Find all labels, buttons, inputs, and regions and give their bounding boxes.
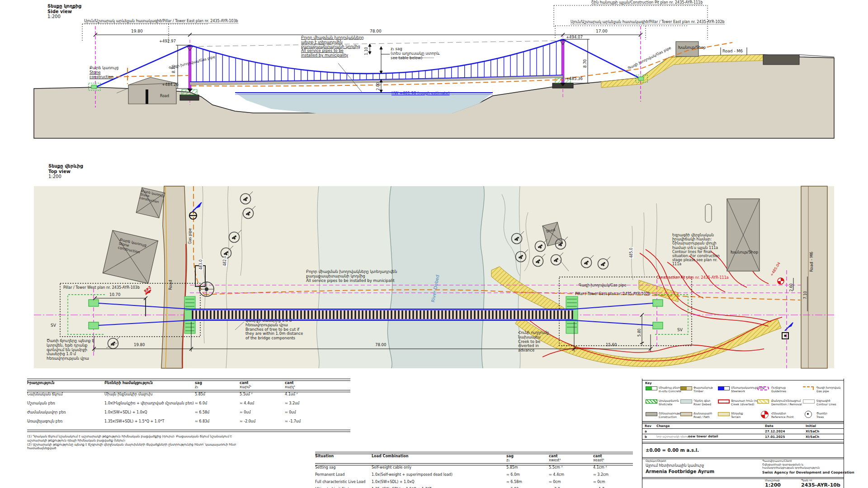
contour-485: 485.0	[629, 247, 633, 258]
construction-pit-label-top: Construction Pit plan nr. 2435-AYR-111a	[656, 276, 729, 280]
dim-19-80: 19.80	[131, 29, 143, 33]
table-footnotes: (1) Դրական ճկում նշանակում է աշտարակի թե…	[27, 435, 350, 450]
load-table-armenian: Իրադրություն Բեռների համակցություն sagz₁…	[27, 379, 350, 450]
side-view-title: Տեսքը կողքից Side view 1:200	[47, 4, 81, 19]
sv-label-left: SV	[51, 323, 56, 328]
pillar-east-label: Pillar / Tower East plan nr. 2435-AYR-10…	[575, 292, 651, 296]
scale-label: Մասշտաբ	[765, 479, 780, 482]
road-label-top: Road	[168, 280, 173, 290]
table-row: Նախնական ճկումՄիայն ինքնակիր մալուխ 5.85…	[27, 392, 350, 401]
road-label: Road	[160, 94, 169, 98]
construction-pit-ref: Շին հանույթի պլան/Construction Pit plan …	[591, 0, 703, 5]
load-table-english: Situation Load Combination sagz₁ cantxwe…	[315, 452, 633, 488]
client-label: Պատվիրատու/Client	[762, 460, 792, 463]
objekt-hy: Այրում հետիոտնային կամուրջ	[646, 464, 704, 468]
tower-left-plan-ref: Սյուն/Աշտարակ արևելյան հատակագիծ/Pillar …	[84, 19, 238, 23]
side-view-title-en: Side view	[47, 9, 81, 14]
legend-swatch-creek	[718, 399, 730, 404]
legend-swatch-guidelines	[757, 386, 769, 390]
objekt-en: Armenia Footbridge Ayrum	[646, 469, 714, 474]
road-m6-label-top: Road - M6	[809, 252, 814, 272]
plan-number: 2435-AYR-10b	[801, 483, 840, 488]
datum-note: ±0.00 = 0.00 m a.s.l.	[646, 448, 699, 453]
hy-h-load: Բեռների համակցություն	[104, 381, 195, 389]
legend-swatch-insitu-concrete	[646, 386, 657, 390]
sag-note: z₁ sag (տես աղյուսակը ստորև see table be…	[391, 47, 440, 60]
elev-right-top: +494.07	[566, 35, 583, 40]
table-row: Setting sagSelf-weight cable only 5.85m5…	[315, 465, 633, 473]
pillar-west-label: Pillar / Tower West plan nr. 2435-AYR-10…	[63, 286, 140, 290]
contour-483: 483.0	[199, 259, 203, 270]
contour-note: Եզրագծի վերջնական իրավիճակի համար: Շինար…	[672, 233, 720, 267]
elev-right-base: +485.36	[566, 77, 583, 81]
initial-h: Initial	[806, 424, 816, 428]
client-en: Swiss Agency for Development and Coopera…	[762, 471, 854, 475]
dim-1-10: 1.10	[364, 47, 368, 55]
legend-swatch-demolition	[757, 399, 769, 404]
dim-tower-right-h: 8.70	[583, 59, 588, 68]
dim-17-00: 17.00	[596, 29, 608, 33]
branches-note-left: Ծառի ճյուղերը պետք է կտրվեն, եթե դրանք գ…	[47, 339, 94, 361]
legend-swatch-shotcrete	[646, 399, 657, 404]
gas-pipe-vertical-label: Gas pipe	[188, 228, 192, 244]
sv-label-right: SV	[677, 328, 683, 332]
side-view-scale: 1:200	[47, 14, 81, 19]
dim-top-5-80: 5.80	[637, 328, 642, 337]
plan-label: Պլան nr.	[801, 479, 813, 482]
legend-swatch-timber	[680, 386, 692, 390]
shop-label-side: Խանութ/Shop	[678, 46, 706, 50]
elev-left-top: +492.97	[159, 39, 176, 44]
shop-label-top: Խանութ/Shop	[731, 250, 758, 255]
legend-swatch-contour	[803, 399, 815, 404]
side-view-title-hy: Տեսքը կողքից	[47, 4, 81, 9]
legend-swatch-reference-point	[761, 411, 769, 418]
hy-h-situation: Իրադրություն	[27, 381, 104, 389]
change-h: Change	[656, 424, 670, 428]
scale-value: 1:200	[765, 483, 781, 488]
service-pipes-note-top: Բոլոր միացման խողովակները կտեղադրվեն քաղ…	[306, 270, 397, 283]
legend-swatch-construction	[646, 412, 657, 416]
legend-swatch-terrain	[718, 412, 730, 416]
road-m6-label-side: Road - M6	[722, 49, 743, 53]
dim-top-7-10: 7.10	[803, 291, 807, 299]
table-row: Առավելագույն բեռ1.35x(SW+SDL) + 1.5*Q + …	[27, 419, 350, 428]
table-row: Մշտական բեռ1.0x(Ինքնակշիռ + վերադրված մշ…	[27, 401, 350, 410]
dim-top-19-80: 19.80	[134, 343, 145, 347]
legend-label: Միաձույլ բետոն	[659, 386, 683, 389]
legend-title: Key	[645, 381, 652, 385]
legend-swatch-road-path	[680, 412, 692, 416]
table-row: Ժամանակավոր բեռ1.0x(SW+SDL) + 1.0xQ ≈ 6.…	[27, 410, 350, 419]
creek-note: Հունի ուղղումը նախապես Creek to be diver…	[518, 331, 549, 353]
date-h: Date	[765, 424, 774, 428]
drawing-sheet: Տեսքը կողքից Side view 1:200 Սյուն/Աշտար…	[0, 0, 868, 488]
elev-left-base: +484.26	[162, 83, 179, 87]
dim-10-70: 10.70	[109, 293, 120, 297]
rev-a: a	[645, 430, 647, 433]
service-pipes-note-side: Բոլոր միացման խողովակները պետք է տեղադրվ…	[301, 36, 364, 58]
legend-swatch-trees	[805, 411, 812, 418]
contour-482: 482.0	[223, 255, 227, 267]
branches-note-mid: կամրջի մասերից 1.0 մ հեռավորության վրա B…	[245, 319, 303, 341]
dim-78-00: 78.00	[370, 29, 382, 33]
dim-2-00: 2.00	[376, 82, 380, 90]
stone-en2: construction	[90, 75, 118, 80]
legend-swatch-river	[680, 399, 692, 404]
gas-pipe-label-box: Գազի խողովակ/Gas pipe	[579, 283, 626, 287]
rev-h: Rev	[645, 424, 651, 428]
legend-swatch-gas-pipe	[803, 386, 814, 390]
rev-b: b	[645, 435, 647, 439]
dim-top-15-60: 15.60	[606, 343, 617, 347]
tower-right-plan-ref: Սյուն/Աշտարակ արևելյան հատակագիծ/Pillar …	[571, 20, 725, 24]
table-row: Full characteristic Live Load1.0x(SW+SDL…	[315, 480, 633, 487]
hw-label: HW +481.98 (rough estimate)	[392, 91, 449, 96]
stone-construction-label: Քարե կառույց Stone construction	[90, 66, 118, 79]
legend-swatch-steelwork	[718, 386, 730, 390]
top-view-title: Տեսքը վերևից Top view 1:200	[48, 164, 83, 179]
dim-top-2-60: 2.60	[789, 283, 793, 291]
table-row: Permanent Load1.0x(Self-weight + superim…	[315, 473, 633, 480]
objekt-label: Օբյեկտ/Objekt	[646, 460, 666, 463]
dim-top-78-00: 78.00	[375, 343, 386, 347]
